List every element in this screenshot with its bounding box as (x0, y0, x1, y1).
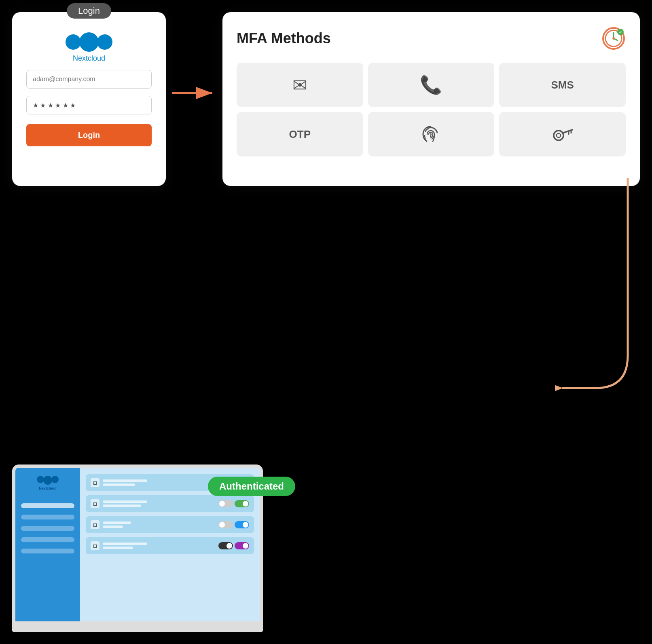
email-field[interactable] (26, 70, 152, 89)
bottom-section: Authenticated Nextcloud (12, 465, 640, 632)
nc-label: Nextcloud (73, 54, 105, 63)
laptop-base (12, 625, 263, 632)
email-icon: ✉ (292, 75, 307, 95)
mfa-title: MFA Methods (237, 30, 331, 47)
nc-circle-left (66, 34, 81, 50)
row-4-left: ◻ (91, 541, 147, 550)
row-4-toggles (218, 542, 249, 549)
row-2-left: ◻ (91, 499, 147, 508)
toggle-2-white[interactable] (218, 500, 233, 507)
mfa-clock-icon: ✓ (601, 26, 626, 51)
sidebar-logo: Nextcloud (21, 476, 74, 490)
nc-circle-mid (79, 32, 99, 52)
row-1-left: ◻ (91, 478, 147, 487)
mfa-method-key[interactable] (499, 112, 626, 156)
toggle-3-white[interactable] (218, 521, 233, 528)
svg-point-6 (612, 37, 615, 40)
content-row-2: ◻ (86, 495, 254, 512)
toggle-4-purple[interactable] (235, 542, 249, 549)
row-2-lines (103, 500, 147, 507)
row-3-toggles (218, 521, 249, 528)
otp-label: OTP (289, 128, 311, 141)
row-1-icon: ◻ (91, 478, 99, 487)
mfa-card: MFA Methods ✓ ✉ 📞 SMS (222, 12, 640, 186)
mfa-method-otp[interactable]: OTP (237, 112, 363, 156)
password-field[interactable] (26, 96, 152, 114)
content-row-4: ◻ (86, 537, 254, 554)
mfa-method-fingerprint[interactable] (368, 112, 495, 156)
row-1-line-1 (103, 479, 147, 482)
sidebar-item-3[interactable] (21, 526, 74, 531)
row-2-line-1 (103, 500, 147, 503)
sms-label: SMS (551, 79, 574, 91)
sidebar-item-2[interactable] (21, 515, 74, 519)
row-1-line-2 (103, 484, 135, 486)
sidebar-item-4[interactable] (21, 537, 74, 542)
mfa-method-sms[interactable]: SMS (499, 63, 626, 107)
row-3-lines (103, 522, 131, 528)
top-row: Login Nextcloud Login MFA Methods (12, 12, 640, 186)
authenticated-badge: Authenticated (208, 477, 295, 496)
svg-point-9 (554, 131, 563, 140)
login-card: Login Nextcloud Login (12, 12, 166, 186)
row-2-line-2 (103, 505, 141, 507)
toggle-3-blue[interactable] (235, 521, 249, 528)
svg-text:✓: ✓ (619, 30, 622, 34)
mfa-grid: ✉ 📞 SMS OTP (237, 63, 626, 156)
phone-icon: 📞 (420, 74, 442, 95)
nc-circles (66, 32, 112, 52)
row-4-lines (103, 543, 147, 549)
login-badge: Login (67, 3, 111, 19)
row-4-line-2 (103, 547, 133, 549)
nextcloud-logo: Nextcloud (66, 32, 112, 63)
mfa-method-email[interactable]: ✉ (237, 63, 363, 107)
row-3-line-2 (103, 526, 123, 528)
sidebar-nc-right (51, 476, 59, 483)
row-2-icon: ◻ (91, 499, 99, 508)
sidebar-nc-circles (37, 476, 59, 485)
connector-curve (555, 178, 644, 412)
row-1-lines (103, 479, 147, 486)
fingerprint-icon (420, 123, 442, 146)
laptop-wrapper: Authenticated Nextcloud (12, 465, 263, 632)
row-3-icon: ◻ (91, 520, 99, 529)
row-4-icon: ◻ (91, 541, 99, 550)
laptop-sidebar: Nextcloud (15, 468, 80, 621)
row-2-toggles (218, 500, 249, 507)
sidebar-item-1[interactable] (21, 503, 74, 508)
sidebar-nc-mid (43, 476, 52, 485)
row-4-line-1 (103, 543, 147, 545)
sidebar-item-5[interactable] (21, 549, 74, 553)
arrow-login-to-mfa (166, 12, 222, 101)
mfa-header: MFA Methods ✓ (237, 26, 626, 51)
mfa-method-phone[interactable]: 📞 (368, 63, 495, 107)
toggle-2-green[interactable] (235, 500, 249, 507)
nc-circle-right (97, 34, 112, 50)
svg-point-10 (557, 133, 561, 137)
toggle-4-dark[interactable] (218, 542, 233, 549)
sidebar-nc-label: Nextcloud (39, 486, 57, 490)
content-row-3: ◻ (86, 516, 254, 533)
row-3-left: ◻ (91, 520, 131, 529)
key-icon (551, 123, 574, 146)
login-button[interactable]: Login (26, 124, 152, 146)
row-3-line-1 (103, 522, 131, 524)
